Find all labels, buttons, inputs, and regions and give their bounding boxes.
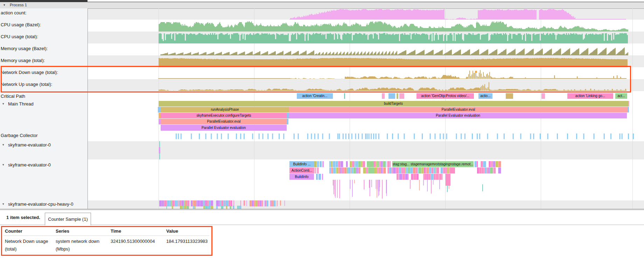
trace-slice[interactable] <box>541 93 545 99</box>
counter-chart-cpu_total[interactable] <box>159 33 628 43</box>
slice-label: action 'Linking go... <box>575 94 605 98</box>
track-label-text: skyframe-evaluator-0 <box>8 162 51 167</box>
trace-slice[interactable] <box>315 167 316 173</box>
trace-slice[interactable] <box>388 93 395 99</box>
tab-strip-line <box>0 225 644 225</box>
track-label-memory-usage-total: Memory usage (total): <box>1 58 45 63</box>
slice-label: buildTargets <box>384 102 403 105</box>
track-label-skyframe-evaluator-0[interactable]: ▾skyframe-evaluator-0 <box>0 162 51 167</box>
track-label-skyframe-evaluator-0[interactable]: ▾skyframe-evaluator-0 <box>0 142 51 148</box>
slice-drips <box>233 200 247 206</box>
collapse-triangle-icon[interactable]: ▾ <box>2 143 4 146</box>
slice-label: skyframeExecutor.configureTargets <box>196 114 251 117</box>
trace-slice[interactable] <box>628 101 629 107</box>
track-label-cpu-usage-bazel: CPU usage (Bazel): <box>1 22 41 27</box>
slice-label: BuildInfo ... <box>293 163 310 166</box>
track-label-text: skyframe-evaluator-0 <box>8 142 51 148</box>
slice-stag-stag-stagemanagemrotstagi[interactable]: stag:stag... stagemanagemrotstagingnstag… <box>392 161 474 167</box>
dense-slices[interactable] <box>374 161 392 167</box>
counter-chart-action_count[interactable] <box>289 9 626 20</box>
trace-slice[interactable] <box>367 161 374 167</box>
slice-drips <box>277 200 285 206</box>
counter-chart-cpu_bazel[interactable] <box>159 21 628 32</box>
slice-parallelevaluator-eval[interactable]: ParallelEvaluator.eval <box>289 107 628 112</box>
slice-label: ParallelEvaluator.eval <box>441 108 475 111</box>
slice-act[interactable]: act... <box>615 93 627 99</box>
trace-slice[interactable] <box>368 167 374 173</box>
track-label-text: Main Thread <box>8 101 34 107</box>
dense-slices[interactable] <box>329 161 365 167</box>
slice-label: stag:stag... stagemanagemrotstagingnstag… <box>392 163 473 166</box>
timeline-area[interactable]: ▾ Process 1 action count:CPU usage (Baze… <box>0 0 644 210</box>
slice-action-genobjcprotos-video[interactable]: action 'GenObjcProtos video/... <box>416 93 474 99</box>
trace-slice[interactable] <box>450 167 455 173</box>
trace-slice[interactable] <box>446 174 450 186</box>
dense-slices[interactable] <box>475 161 501 167</box>
slice-buildinfo[interactable]: BuildInfo ... <box>289 161 314 167</box>
trace-slice[interactable] <box>316 174 318 180</box>
slice-action-creatin[interactable]: action 'Creatin... <box>297 93 333 99</box>
track-label-cpu-usage-total: CPU usage (total): <box>1 34 38 39</box>
trace-slice[interactable] <box>320 161 322 167</box>
trace-slice[interactable] <box>397 93 398 99</box>
track-label-skyframe-evaluator-cpu-heavy-0[interactable]: ▾skyframe-evaluator-cpu-heavy-0 <box>0 201 73 207</box>
slice-parallel-evaluator-evaluation[interactable]: Parallel Evaluator evaluation <box>161 125 287 131</box>
dense-slices[interactable] <box>477 167 501 173</box>
annotation-box-network-rows <box>1 66 631 93</box>
dense-slices[interactable] <box>329 167 450 173</box>
slice-label: actio... <box>480 94 490 98</box>
collapse-triangle-icon[interactable]: ▾ <box>2 163 4 166</box>
slice-buildinfo[interactable]: BuildInfo <box>289 174 314 180</box>
slice-label: act... <box>617 94 625 98</box>
track-label-critical-path: Critical Path <box>1 94 25 99</box>
slice-drips <box>333 180 387 199</box>
trace-slice[interactable] <box>287 119 288 124</box>
slice-actio[interactable]: actio... <box>478 93 492 99</box>
slice-drips <box>410 180 449 194</box>
slice-label: Parallel Evaluator evaluation <box>202 126 246 130</box>
counter-chart-mem_bazel[interactable] <box>160 48 628 55</box>
slice-label: action 'Creatin... <box>302 94 328 98</box>
trace-slice[interactable] <box>506 93 513 99</box>
slice-action-linking-go[interactable]: action 'Linking go... <box>567 93 613 99</box>
slice-label: runAnalysisPhase <box>211 108 239 111</box>
slice-label: ActionConti... <box>292 169 312 172</box>
track-label-memory-usage-bazel: Memory usage (Bazel): <box>1 46 48 51</box>
dense-slices[interactable] <box>250 200 275 206</box>
slice-runanalysisphase[interactable]: runAnalysisPhase <box>161 107 289 112</box>
annotation-box-table <box>1 226 212 256</box>
track-label-text: skyframe-evaluator-cpu-heavy-0 <box>8 201 73 207</box>
trace-slice[interactable] <box>344 93 345 99</box>
slice-skyframeexecutor-configuretarg[interactable]: skyframeExecutor.configureTargets <box>161 113 287 118</box>
gc-ticks[interactable] <box>176 134 634 139</box>
slice-parallelevaluator-eval[interactable]: ParallelEvaluator.eval <box>161 119 287 124</box>
slice-label: BuildInfo <box>295 175 309 179</box>
collapse-triangle-icon[interactable]: ▾ <box>2 102 4 105</box>
trace-slice[interactable] <box>322 174 323 180</box>
dense-slices[interactable] <box>159 200 232 206</box>
trace-slice[interactable] <box>317 161 319 167</box>
slice-label: Parallel Evaluator evaluation <box>436 114 480 117</box>
trace-slice[interactable] <box>317 167 319 173</box>
track-label-column: action count:CPU usage (Bazel):CPU usage… <box>0 8 88 209</box>
trace-slice[interactable] <box>399 93 404 99</box>
track-label-main-thread[interactable]: ▾Main Thread <box>0 101 34 107</box>
slice-label: ParallelEvaluator.eval <box>207 120 240 123</box>
detail-panel: 1 item selected. Counter Sample (1) Coun… <box>0 209 644 260</box>
track-label-action-count: action count: <box>1 10 27 15</box>
trace-slice[interactable] <box>628 107 629 112</box>
track-label-garbage-collector: Garbage Collector <box>1 133 38 138</box>
trace-slice[interactable] <box>322 161 324 167</box>
dense-slices[interactable] <box>397 174 446 180</box>
slice-parallel-evaluator-evaluation[interactable]: Parallel Evaluator evaluation <box>289 113 627 118</box>
trace-slice[interactable] <box>314 161 317 167</box>
slice-actionconti[interactable]: ActionConti... <box>289 167 314 173</box>
trace-viewer: ▾ Process 1 action count:CPU usage (Baze… <box>0 0 644 260</box>
trace-slice[interactable] <box>158 107 161 112</box>
selection-status: 1 item selected. <box>6 215 40 220</box>
tab-counter-sample[interactable]: Counter Sample (1) <box>45 213 91 225</box>
collapse-triangle-icon[interactable]: ▾ <box>2 202 4 206</box>
trace-slice[interactable] <box>318 174 321 180</box>
trace-slice[interactable] <box>382 93 385 99</box>
slice-buildtargets[interactable]: buildTargets <box>159 101 628 107</box>
